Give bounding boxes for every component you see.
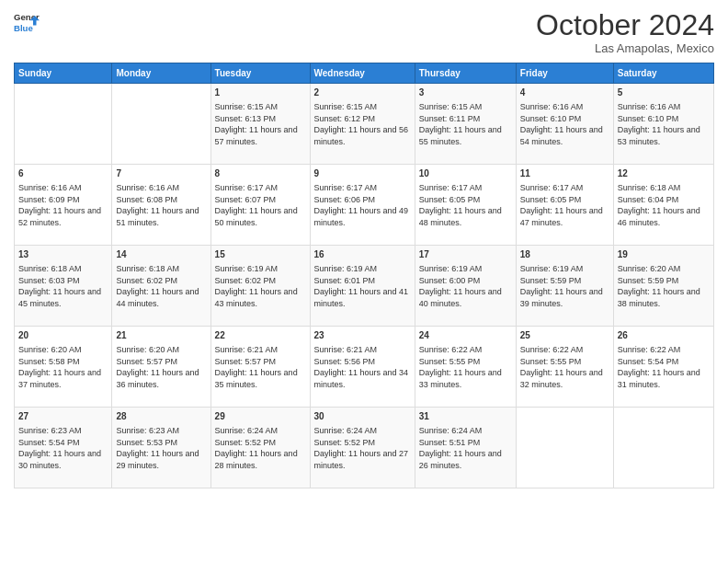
- day-info-line: Sunset: 6:02 PM: [215, 276, 277, 285]
- day-number: 23: [314, 329, 411, 342]
- day-number: 11: [520, 167, 609, 180]
- svg-text:Blue: Blue: [14, 23, 33, 33]
- day-info-line: Daylight: 11 hours and 27 minutes.: [314, 449, 409, 470]
- calendar-cell: [15, 84, 112, 165]
- calendar-cell: 28Sunrise: 6:23 AMSunset: 5:53 PMDayligh…: [112, 408, 210, 488]
- day-info-line: Daylight: 11 hours and 54 minutes.: [520, 125, 603, 146]
- calendar-cell: 17Sunrise: 6:19 AMSunset: 6:00 PMDayligh…: [415, 246, 516, 327]
- day-info-line: Daylight: 11 hours and 56 minutes.: [314, 125, 409, 146]
- day-info-line: Sunrise: 6:23 AM: [18, 426, 82, 435]
- day-info-line: Sunset: 6:10 PM: [618, 114, 679, 123]
- day-info-line: Daylight: 11 hours and 31 minutes.: [618, 368, 700, 389]
- calendar-cell: 9Sunrise: 6:17 AMSunset: 6:06 PMDaylight…: [310, 165, 415, 246]
- day-info-line: Sunrise: 6:16 AM: [116, 183, 179, 192]
- calendar-cell: 22Sunrise: 6:21 AMSunset: 5:57 PMDayligh…: [210, 327, 310, 408]
- col-header-friday: Friday: [516, 63, 613, 84]
- day-info-line: Sunset: 5:57 PM: [215, 357, 277, 366]
- day-info-line: Sunrise: 6:15 AM: [419, 102, 483, 111]
- day-info-line: Daylight: 11 hours and 55 minutes.: [419, 125, 502, 146]
- day-info-line: Sunrise: 6:20 AM: [18, 345, 82, 354]
- day-number: 20: [18, 329, 108, 342]
- day-info-line: Daylight: 11 hours and 57 minutes.: [215, 125, 298, 146]
- col-header-wednesday: Wednesday: [310, 63, 415, 84]
- day-number: 10: [419, 167, 512, 180]
- day-info-line: Sunset: 5:59 PM: [618, 276, 679, 285]
- day-info-line: Sunrise: 6:16 AM: [18, 183, 82, 192]
- day-number: 21: [116, 329, 206, 342]
- day-info-line: Daylight: 11 hours and 33 minutes.: [419, 368, 502, 389]
- calendar-cell: 3Sunrise: 6:15 AMSunset: 6:11 PMDaylight…: [415, 84, 516, 165]
- day-info-line: Daylight: 11 hours and 46 minutes.: [618, 206, 700, 227]
- day-info-line: Daylight: 11 hours and 51 minutes.: [116, 206, 199, 227]
- col-header-tuesday: Tuesday: [210, 63, 310, 84]
- day-info-line: Sunrise: 6:22 AM: [520, 345, 584, 354]
- calendar-cell: [613, 408, 713, 488]
- day-info-line: Sunrise: 6:24 AM: [419, 426, 483, 435]
- calendar-cell: 13Sunrise: 6:18 AMSunset: 6:03 PMDayligh…: [15, 246, 112, 327]
- day-number: 22: [215, 329, 306, 342]
- title-block: October 2024 Las Amapolas, Mexico: [536, 9, 714, 55]
- day-info-line: Sunset: 5:55 PM: [419, 357, 481, 366]
- day-info-line: Daylight: 11 hours and 29 minutes.: [116, 449, 199, 470]
- day-info-line: Sunset: 6:11 PM: [419, 114, 481, 123]
- day-info-line: Sunset: 6:10 PM: [520, 114, 582, 123]
- page: General Blue October 2024 Las Amapolas, …: [0, 0, 728, 563]
- calendar-cell: 20Sunrise: 6:20 AMSunset: 5:58 PMDayligh…: [15, 327, 112, 408]
- day-info-line: Sunrise: 6:22 AM: [419, 345, 483, 354]
- logo-icon: General Blue: [14, 9, 40, 35]
- day-info-line: Sunset: 5:54 PM: [18, 438, 80, 447]
- day-info-line: Sunrise: 6:19 AM: [314, 264, 378, 273]
- day-info-line: Sunset: 5:53 PM: [116, 438, 177, 447]
- calendar-cell: 31Sunrise: 6:24 AMSunset: 5:51 PMDayligh…: [415, 408, 516, 488]
- day-info-line: Sunrise: 6:19 AM: [215, 264, 279, 273]
- calendar-cell: 30Sunrise: 6:24 AMSunset: 5:52 PMDayligh…: [310, 408, 415, 488]
- day-info-line: Sunset: 5:51 PM: [419, 438, 481, 447]
- day-info-line: Sunrise: 6:15 AM: [215, 102, 279, 111]
- day-number: 27: [18, 410, 108, 423]
- day-number: 18: [520, 248, 609, 261]
- day-info-line: Sunset: 5:59 PM: [520, 276, 582, 285]
- day-info-line: Sunset: 6:09 PM: [18, 195, 80, 204]
- calendar-cell: 29Sunrise: 6:24 AMSunset: 5:52 PMDayligh…: [210, 408, 310, 488]
- day-info-line: Daylight: 11 hours and 47 minutes.: [520, 206, 603, 227]
- calendar-cell: 24Sunrise: 6:22 AMSunset: 5:55 PMDayligh…: [415, 327, 516, 408]
- day-info-line: Sunrise: 6:19 AM: [520, 264, 584, 273]
- day-info-line: Daylight: 11 hours and 26 minutes.: [419, 449, 502, 470]
- calendar-cell: 8Sunrise: 6:17 AMSunset: 6:07 PMDaylight…: [210, 165, 310, 246]
- day-info-line: Sunset: 6:13 PM: [215, 114, 277, 123]
- day-info-line: Sunrise: 6:20 AM: [116, 345, 179, 354]
- col-header-monday: Monday: [112, 63, 210, 84]
- day-info-line: Sunset: 5:52 PM: [314, 438, 376, 447]
- day-number: 4: [520, 86, 609, 99]
- day-info-line: Daylight: 11 hours and 45 minutes.: [18, 287, 101, 308]
- day-number: 3: [419, 86, 512, 99]
- day-info-line: Sunset: 6:04 PM: [618, 195, 679, 204]
- calendar-cell: 10Sunrise: 6:17 AMSunset: 6:05 PMDayligh…: [415, 165, 516, 246]
- day-info-line: Sunrise: 6:18 AM: [618, 183, 681, 192]
- calendar-cell: [516, 408, 613, 488]
- location: Las Amapolas, Mexico: [536, 41, 714, 55]
- week-row-4: 20Sunrise: 6:20 AMSunset: 5:58 PMDayligh…: [15, 327, 714, 408]
- day-info-line: Daylight: 11 hours and 44 minutes.: [116, 287, 199, 308]
- day-info-line: Sunset: 6:05 PM: [520, 195, 582, 204]
- day-info-line: Sunset: 5:57 PM: [116, 357, 177, 366]
- day-info-line: Sunrise: 6:20 AM: [618, 264, 681, 273]
- day-info-line: Daylight: 11 hours and 37 minutes.: [18, 368, 101, 389]
- calendar-cell: 7Sunrise: 6:16 AMSunset: 6:08 PMDaylight…: [112, 165, 210, 246]
- day-info-line: Sunrise: 6:16 AM: [520, 102, 584, 111]
- calendar-cell: 21Sunrise: 6:20 AMSunset: 5:57 PMDayligh…: [112, 327, 210, 408]
- day-number: 17: [419, 248, 512, 261]
- calendar-cell: 25Sunrise: 6:22 AMSunset: 5:55 PMDayligh…: [516, 327, 613, 408]
- day-info-line: Sunset: 6:06 PM: [314, 195, 376, 204]
- day-number: 1: [215, 86, 306, 99]
- day-info-line: Sunset: 5:58 PM: [18, 357, 80, 366]
- calendar-cell: 15Sunrise: 6:19 AMSunset: 6:02 PMDayligh…: [210, 246, 310, 327]
- logo: General Blue: [14, 9, 40, 35]
- day-info-line: Sunrise: 6:23 AM: [116, 426, 179, 435]
- calendar-cell: [112, 84, 210, 165]
- day-info-line: Daylight: 11 hours and 41 minutes.: [314, 287, 409, 308]
- month-title: October 2024: [536, 9, 714, 41]
- day-number: 15: [215, 248, 306, 261]
- day-info-line: Sunrise: 6:17 AM: [215, 183, 279, 192]
- day-number: 25: [520, 329, 609, 342]
